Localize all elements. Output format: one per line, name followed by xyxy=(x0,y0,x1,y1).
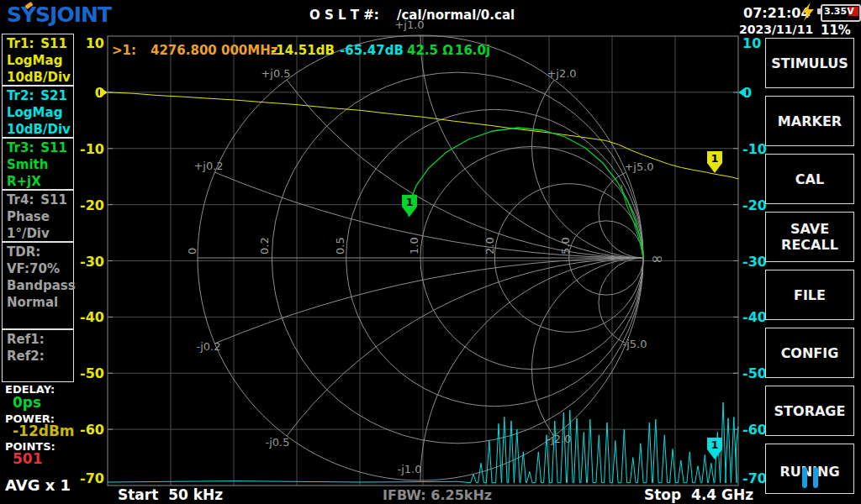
svg-text:1: 1 xyxy=(710,152,718,165)
smith-labels: +j0.2+j0.5+j1.0+j2.0+j5.0-j0.2-j0.5-j1.0… xyxy=(186,18,663,475)
trace1-format: LogMag xyxy=(7,52,73,69)
pause-icon xyxy=(766,467,853,488)
marker-reactance-value: 16.0j xyxy=(455,43,490,58)
marker-flag-1[interactable]: 1 xyxy=(707,151,722,173)
svg-text:-30: -30 xyxy=(742,254,767,270)
menu-button-save-recall[interactable]: SAVE RECALL xyxy=(765,212,854,262)
tdr-mode: Bandpass xyxy=(7,277,73,294)
svg-text:+j5.0: +j5.0 xyxy=(624,160,653,173)
svg-text:-j0.2: -j0.2 xyxy=(197,340,221,353)
trace1-scale: 10dB/Div xyxy=(7,69,73,86)
chart-area: +j0.2+j0.5+j1.0+j2.0+j5.0-j0.2-j0.5-j1.0… xyxy=(0,0,861,504)
trace2-config[interactable]: Tr2:S21 LogMag 10dB/Div xyxy=(2,86,74,138)
svg-text:0.2: 0.2 xyxy=(258,237,271,255)
edelay-value[interactable]: 0ps xyxy=(13,394,41,411)
trace2-scale: 10dB/Div xyxy=(7,121,73,138)
svg-text:10: 10 xyxy=(86,35,104,51)
ref1-label: Ref1: xyxy=(7,331,73,348)
trace4-config[interactable]: Tr4:S11 Phase 1°/Div xyxy=(2,190,74,242)
menu-button-storage[interactable]: STORAGE xyxy=(765,386,854,436)
smith-grid xyxy=(0,0,861,504)
smith-reactance-arcs xyxy=(0,0,861,504)
marker-frequency: 4276.800 000MHz xyxy=(151,43,278,58)
svg-text:-50: -50 xyxy=(80,365,104,381)
menu-button-marker[interactable]: MARKER xyxy=(765,96,854,146)
svg-text:-40: -40 xyxy=(742,309,767,325)
battery-terminal xyxy=(817,8,821,14)
svg-text:1: 1 xyxy=(710,438,718,451)
charging-bolt-icon xyxy=(800,2,816,22)
trace2-param: S21 xyxy=(40,87,67,104)
trace1-param: S11 xyxy=(40,35,67,52)
start-frequency[interactable]: Start 50 kHz xyxy=(118,486,223,503)
trace1-id: Tr1: xyxy=(7,35,34,52)
svg-text:10: 10 xyxy=(742,35,761,51)
stop-frequency[interactable]: Stop 4.4 GHz xyxy=(644,486,753,503)
svg-text:1.0: 1.0 xyxy=(408,237,420,255)
svg-text:-20: -20 xyxy=(742,197,767,213)
trace3-config[interactable]: Tr3:S11 Smith R+jX xyxy=(2,138,74,190)
rect-grid xyxy=(108,36,738,486)
marker-flag-2[interactable]: 1 xyxy=(707,438,722,459)
marker-id: >1: xyxy=(112,43,136,58)
power-value[interactable]: -12dBm xyxy=(13,423,75,439)
marker-tr1-value: -14.51dB xyxy=(271,43,335,58)
svg-text:-70: -70 xyxy=(80,470,104,486)
svg-text:1: 1 xyxy=(405,196,413,208)
ref2-label: Ref2: xyxy=(7,348,73,365)
cal-file-path: /cal/normal/0.cal xyxy=(397,8,515,23)
svg-text:0.5: 0.5 xyxy=(334,237,346,255)
trace4-format: Phase xyxy=(7,208,73,225)
svg-text:-j1.0: -j1.0 xyxy=(398,463,422,475)
svg-text:-j0.5: -j0.5 xyxy=(266,436,290,449)
svg-text:-j5.0: -j5.0 xyxy=(623,338,647,350)
svg-text:+j0.5: +j0.5 xyxy=(261,67,290,80)
svg-text:-40: -40 xyxy=(80,309,104,325)
battery-voltage: 3.35V xyxy=(824,6,854,17)
trace3-param: S11 xyxy=(40,139,67,156)
tdr-vf: VF:70% xyxy=(7,260,73,277)
menu-button-stimulus[interactable]: STIMULUS xyxy=(765,38,854,88)
marker-resistance-value: 42.5 Ω xyxy=(407,43,453,58)
svg-text:-70: -70 xyxy=(742,470,767,486)
marker-flag-3[interactable]: 1 xyxy=(402,195,417,217)
ref-config[interactable]: Ref1: Ref2: xyxy=(2,329,74,382)
menu-button-file[interactable]: FILE xyxy=(765,270,854,320)
trace3-id: Tr3: xyxy=(7,139,34,156)
trace2-id: Tr2: xyxy=(7,87,34,104)
date: 2023/11/11 xyxy=(739,23,813,36)
marker-tr2-value: -65.47dB xyxy=(340,43,404,58)
trace-tr3-s11-smith xyxy=(409,128,643,258)
svg-text:-60: -60 xyxy=(742,422,767,438)
trace2-format: LogMag xyxy=(7,104,73,121)
cal-status-label: O S L T #: xyxy=(309,8,379,23)
menu-button-running[interactable]: RUNING xyxy=(765,444,854,494)
svg-text:-j2.0: -j2.0 xyxy=(547,433,572,445)
svg-text:-20: -20 xyxy=(80,197,104,213)
trace3-format: Smith xyxy=(7,156,73,173)
trace4-scale: 1°/Div xyxy=(7,225,73,242)
svg-text:-10: -10 xyxy=(742,141,767,157)
battery-icon: 3.35V xyxy=(821,4,861,22)
trace1-config[interactable]: Tr1:S11 LogMag 10dB/Div xyxy=(2,34,74,86)
svg-text:+j0.2: +j0.2 xyxy=(193,160,223,172)
svg-text:2.0: 2.0 xyxy=(483,237,496,255)
svg-text:-60: -60 xyxy=(80,422,104,438)
trace4-param: S11 xyxy=(40,192,67,208)
tdr-config[interactable]: TDR: VF:70% Bandpass Normal xyxy=(2,242,74,329)
ifbw-value: IFBW: 6.25kHz xyxy=(383,487,492,503)
trace4-id: Tr4: xyxy=(7,192,34,208)
vna-screen: +j0.2+j0.5+j1.0+j2.0+j5.0-j0.2-j0.5-j1.0… xyxy=(0,0,861,504)
svg-text:-50: -50 xyxy=(742,365,767,381)
battery-percent: 11% xyxy=(821,23,851,38)
svg-text:-10: -10 xyxy=(80,141,104,157)
tdr-window: Normal xyxy=(7,294,73,311)
points-value[interactable]: 501 xyxy=(13,450,43,467)
brand-logo: SYSJOINT xyxy=(7,3,111,27)
avg-indicator[interactable]: AVG x 1 xyxy=(5,476,71,494)
svg-text:+j2.0: +j2.0 xyxy=(547,67,576,80)
menu-button-cal[interactable]: CAL xyxy=(765,154,854,204)
menu-button-config[interactable]: CONFIG xyxy=(765,328,854,378)
svg-text:5.0: 5.0 xyxy=(559,237,572,255)
trace3-scale: R+jX xyxy=(7,173,73,190)
